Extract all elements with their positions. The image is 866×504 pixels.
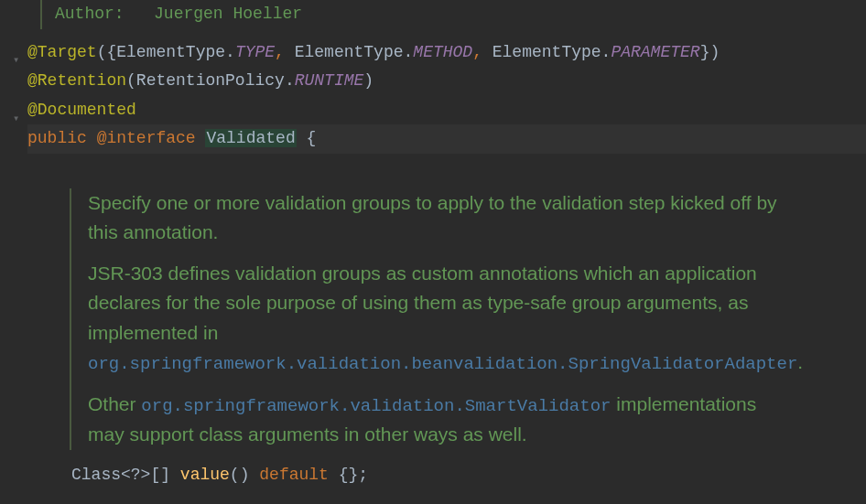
- code-content[interactable]: Author: Juergen Hoeller @Target({Element…: [26, 0, 866, 504]
- editor-gutter: ▾ ▾: [0, 0, 26, 504]
- brace: {: [297, 129, 317, 147]
- parameter-const: PARAMETER: [611, 43, 699, 61]
- javadoc-block: Specify one or more validation groups to…: [70, 188, 866, 450]
- doc-text: Other: [88, 393, 141, 414]
- class-name: Validated: [205, 129, 296, 147]
- target-annotation-line: @Target({ElementType.TYPE, ElementType.M…: [27, 38, 866, 68]
- code-editor[interactable]: ▾ ▾ Author: Juergen Hoeller @Target({Ele…: [0, 0, 866, 504]
- documented-annotation-line: @Documented: [27, 96, 866, 125]
- doc-code-ref: org.springframework.validation.SmartVali…: [141, 396, 611, 416]
- retention-annotation-line: @Retention(RetentionPolicy.RUNTIME): [27, 67, 866, 96]
- javadoc-paragraph: JSR-303 defines validation groups as cus…: [88, 259, 784, 379]
- javadoc-paragraph: Specify one or more validation groups to…: [88, 188, 784, 248]
- spacer: [27, 154, 866, 179]
- javadoc-paragraph: Other org.springframework.validation.Sma…: [88, 390, 784, 450]
- javadoc-author-line: Author: Juergen Hoeller: [40, 0, 866, 29]
- parens: (): [230, 466, 250, 484]
- paren: }): [700, 43, 720, 61]
- fold-icon[interactable]: ▾: [13, 51, 19, 70]
- element-type-ref: ElementType: [116, 43, 225, 61]
- doc-code-ref: org.springframework.validation.beanvalid…: [88, 354, 797, 374]
- type-const: TYPE: [235, 43, 275, 61]
- generic-brackets: <?>[]: [121, 466, 170, 484]
- annotation-target: @Target: [27, 43, 97, 61]
- doc-text: JSR-303 defines validation groups as cus…: [88, 263, 757, 343]
- spacer: [27, 29, 866, 38]
- element-type-ref: ElementType: [493, 43, 601, 61]
- interface-keyword: @interface: [97, 129, 196, 147]
- class-declaration-line: public @interface Validated {: [27, 124, 866, 154]
- method-const: METHOD: [413, 43, 472, 61]
- annotation-retention: @Retention: [27, 71, 126, 90]
- annotation-documented: @Documented: [27, 101, 136, 119]
- doc-text: .: [797, 351, 803, 372]
- class-type: Class: [71, 466, 121, 484]
- default-keyword: default: [259, 466, 329, 484]
- author-label: Author:: [55, 5, 124, 23]
- paren: ({: [97, 43, 117, 61]
- default-value: {};: [329, 466, 368, 484]
- element-type-ref: ElementType: [295, 43, 404, 61]
- fold-icon[interactable]: ▾: [13, 110, 19, 129]
- retention-policy-ref: RetentionPolicy: [136, 71, 285, 90]
- method-name: value: [180, 466, 230, 484]
- public-keyword: public: [27, 129, 87, 147]
- method-declaration-line: Class<?>[] value() default {};: [27, 461, 866, 490]
- paren: (: [126, 71, 136, 90]
- runtime-const: RUNTIME: [295, 71, 364, 90]
- paren: ): [363, 71, 373, 90]
- author-name: Juergen Hoeller: [154, 5, 302, 23]
